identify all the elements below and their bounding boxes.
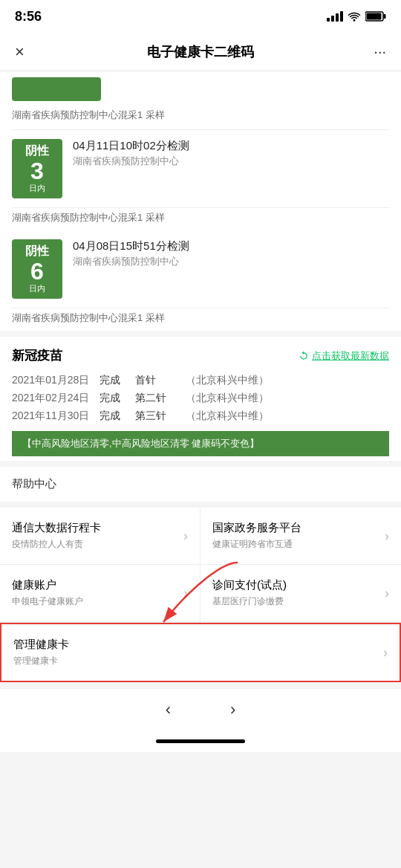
grid-menu: 通信大数据行程卡 疫情防控人人有责 › 国家政务服务平台 健康证明跨省市互通 ›… [0, 502, 401, 622]
vaccine-row-1: 2021年01月28日 完成 首针 （北京科兴中维） [12, 372, 389, 389]
chevron-icon-payment: › [385, 586, 389, 601]
vaccine-section: 新冠疫苗 点击获取最新数据 2021年01月28日 完成 首针 （北京科兴中维）… [0, 331, 401, 461]
test-results-section: 湖南省疾病预防控制中心混采1 采样 阴性 3 日内 04月11日10时02分检测… [0, 71, 401, 331]
result-badge-2: 阴性 6 日内 [12, 239, 62, 299]
refresh-icon [299, 351, 309, 361]
vaccine-title: 新冠疫苗 [12, 347, 62, 364]
vax-date-3: 2021年11月30日 [12, 409, 94, 423]
badge-number-2: 6 [19, 259, 55, 283]
result-info-1: 04月11日10时02分检测 湖南省疾病预防控制中心 [73, 139, 389, 168]
help-label[interactable]: 帮助中心 [12, 477, 56, 490]
result-badge-1: 阴性 3 日内 [12, 139, 62, 198]
status-time: 8:56 [15, 9, 42, 25]
battery-icon [365, 11, 386, 22]
badge-label-2: 阴性 [19, 244, 55, 259]
forward-button[interactable]: › [230, 700, 235, 719]
manage-card-button[interactable]: 管理健康卡 管理健康卡 › [0, 623, 401, 682]
help-section: 帮助中心 [0, 461, 401, 502]
chevron-icon-travel: › [183, 528, 188, 544]
back-button[interactable]: ‹ [166, 700, 171, 719]
vax-dose-1: 首针 [135, 374, 180, 387]
grid-item-payment[interactable]: 诊间支付(试点) 基层医疗门诊缴费 › [200, 565, 401, 622]
grid-sub-payment: 基层医疗门诊缴费 [212, 595, 287, 608]
test-card-2: 阴性 6 日内 04月08日15时51分检测 湖南省疾病预防控制中心 [12, 230, 389, 308]
grid-title-health: 健康账户 [12, 578, 83, 592]
grid-title-payment: 诊间支付(试点) [212, 578, 287, 592]
vaccine-row-3: 2021年11月30日 完成 第三针 （北京科兴中维） [12, 407, 389, 425]
vaccine-refresh-button[interactable]: 点击获取最新数据 [299, 349, 389, 363]
chevron-icon-gov: › [385, 528, 389, 544]
home-bar [156, 739, 245, 743]
vax-maker-3: （北京科兴中维） [186, 409, 269, 423]
manage-section: 管理健康卡 管理健康卡 › [0, 622, 401, 682]
vax-date-1: 2021年01月28日 [12, 374, 94, 387]
chevron-icon-health: › [183, 586, 188, 601]
chevron-icon-manage: › [383, 645, 388, 661]
manage-title: 管理健康卡 [13, 638, 69, 652]
badge-label-1: 阴性 [19, 143, 55, 159]
grid-title-gov: 国家政务服务平台 [212, 521, 301, 535]
manage-sub: 管理健康卡 [13, 655, 69, 667]
result-lab-1: 湖南省疾病预防控制中心 [73, 155, 389, 168]
grid-item-health-account[interactable]: 健康账户 申领电子健康账户 › [0, 565, 200, 622]
svg-rect-1 [384, 14, 386, 19]
vaccine-header: 新冠疫苗 点击获取最新数据 [12, 347, 389, 364]
badge-unit-2: 日内 [19, 283, 55, 294]
partial-badge [12, 77, 101, 101]
vax-date-2: 2021年02月24日 [12, 392, 94, 405]
vax-status-3: 完成 [100, 409, 129, 423]
more-button[interactable]: ··· [364, 43, 386, 60]
vax-maker-2: （北京科兴中维） [186, 392, 269, 405]
result-date-1: 04月11日10时02分检测 [73, 139, 389, 153]
partial-test-card: 湖南省疾病预防控制中心混采1 采样 [12, 71, 389, 130]
grid-sub-health: 申领电子健康账户 [12, 595, 83, 608]
sample-text-1: 湖南省疾病预防控制中心混采1 采样 [12, 208, 389, 230]
svg-rect-2 [367, 13, 382, 20]
grid-sub-gov: 健康证明跨省市互通 [212, 538, 301, 551]
notice-banner: 【中高风险地区清零,中高风险地区清零 健康码不变色】 [12, 431, 389, 456]
vaccine-row-2: 2021年02月24日 完成 第二针 （北京科兴中维） [12, 389, 389, 407]
vax-maker-1: （北京科兴中维） [186, 374, 269, 387]
badge-number-1: 3 [19, 159, 55, 183]
status-icons [327, 11, 386, 22]
result-date-2: 04月08日15时51分检测 [73, 239, 389, 253]
home-indicator [0, 730, 401, 752]
signal-icon [327, 11, 343, 22]
main-content: 湖南省疾病预防控制中心混采1 采样 阴性 3 日内 04月11日10时02分检测… [0, 71, 401, 682]
grid-title-travel: 通信大数据行程卡 [12, 521, 101, 535]
page-header: × 电子健康卡二维码 ··· [0, 33, 401, 71]
grid-item-travel[interactable]: 通信大数据行程卡 疫情防控人人有责 › [0, 508, 200, 565]
partial-location: 湖南省疾病预防控制中心混采1 采样 [12, 106, 389, 125]
test-card-1: 阴性 3 日内 04月11日10时02分检测 湖南省疾病预防控制中心 [12, 130, 389, 208]
refresh-label: 点击获取最新数据 [312, 349, 389, 363]
sample-text-2: 湖南省疾病预防控制中心混采1 采样 [12, 308, 389, 331]
wifi-icon [348, 11, 361, 22]
bottom-nav: ‹ › [0, 688, 401, 730]
vax-status-1: 完成 [100, 374, 129, 387]
badge-unit-1: 日内 [19, 183, 55, 194]
vax-status-2: 完成 [100, 392, 129, 405]
vax-dose-3: 第三针 [135, 409, 180, 423]
result-info-2: 04月08日15时51分检测 湖南省疾病预防控制中心 [73, 239, 389, 268]
close-button[interactable]: × [15, 42, 37, 62]
page-title: 电子健康卡二维码 [37, 43, 364, 61]
result-lab-2: 湖南省疾病预防控制中心 [73, 255, 389, 268]
vax-dose-2: 第二针 [135, 392, 180, 405]
manage-card-wrapper: 管理健康卡 管理健康卡 › [0, 622, 401, 682]
grid-item-gov[interactable]: 国家政务服务平台 健康证明跨省市互通 › [200, 508, 401, 565]
status-bar: 8:56 [0, 0, 401, 33]
grid-sub-travel: 疫情防控人人有责 [12, 538, 101, 551]
